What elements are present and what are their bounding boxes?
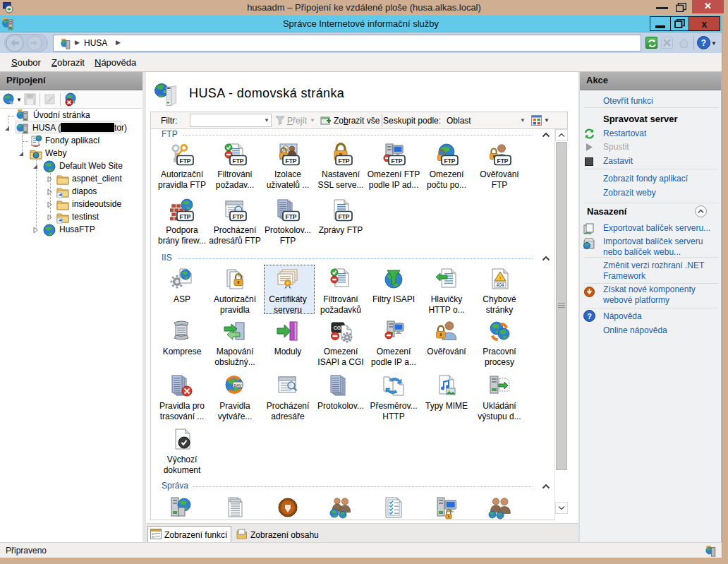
svg-text:FTP: FTP	[444, 157, 455, 164]
svg-text:?: ?	[701, 38, 706, 48]
svg-text:FTP: FTP	[338, 157, 349, 164]
svg-text:FTP: FTP	[232, 157, 243, 164]
svg-text:FTP: FTP	[338, 213, 349, 220]
svg-text:DAV: DAV	[234, 383, 242, 388]
svg-text:FTP: FTP	[179, 213, 190, 220]
svg-text:FTP: FTP	[285, 213, 296, 220]
svg-text:?: ?	[587, 312, 592, 320]
svg-text:FTP: FTP	[391, 157, 402, 164]
svg-text:FTP: FTP	[497, 157, 508, 164]
svg-text:CGI: CGI	[334, 325, 343, 330]
svg-text:FTP: FTP	[232, 213, 243, 220]
svg-text:FTP: FTP	[285, 157, 296, 164]
svg-text:FTP: FTP	[179, 157, 190, 164]
svg-text:404: 404	[497, 282, 504, 287]
